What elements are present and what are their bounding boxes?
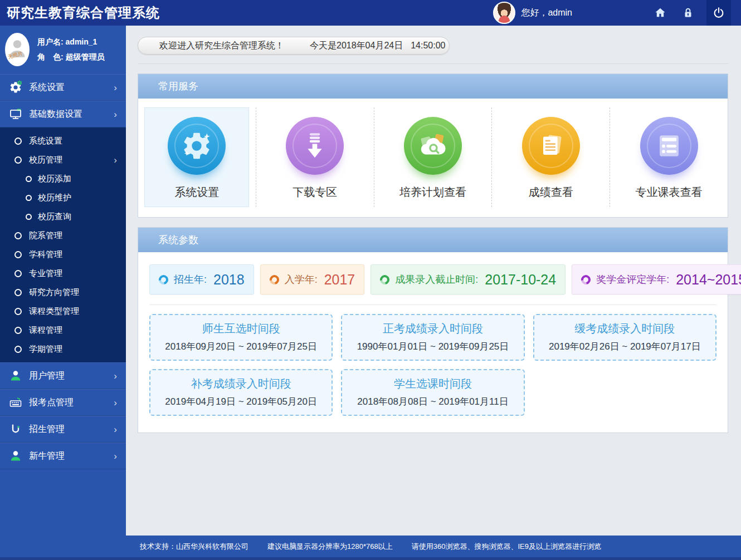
badge-result-entry-deadline: 成果录入截止时间: 2017-10-24 — [370, 264, 566, 294]
donut-icon — [579, 273, 593, 286]
lock-icon[interactable] — [681, 6, 695, 20]
sidebar-item-user-management[interactable]: 用户管理› — [0, 362, 126, 389]
circle-icon — [14, 232, 22, 239]
app-title: 研究生教育综合管理系统 — [0, 4, 160, 22]
card-regular-score-entry-period: 正考成绩录入时间段 1990年01月01日 ~ 2019年09月25日 — [341, 314, 524, 361]
circle-icon — [14, 327, 22, 334]
sidebar-subitem-calendar-management[interactable]: 校历管理› — [0, 150, 126, 169]
sidebar-subitem-calendar-add[interactable]: 校历添加 — [0, 169, 126, 188]
avatar-placeholder: 无照片 — [5, 33, 30, 66]
power-button[interactable] — [706, 0, 731, 26]
user-icon — [9, 449, 22, 463]
circle-icon — [14, 346, 22, 353]
time-period-cards: 师生互选时间段 2018年09月20日 ~ 2019年07月25日 正考成绩录入… — [138, 314, 728, 433]
circle-icon — [14, 251, 22, 258]
card-title: 正考成绩录入时间段 — [345, 321, 520, 336]
username-value: admin_1 — [66, 37, 98, 46]
circle-icon — [26, 176, 32, 182]
circle-icon — [26, 195, 32, 201]
role-value: 超级管理员 — [66, 52, 105, 61]
badge-scholarship-year: 奖学金评定学年: 2014~2015学年 — [572, 264, 741, 294]
tile-score-view[interactable]: 成绩查看 — [499, 107, 603, 207]
sidebar-subitem-research-direction-management[interactable]: 研究方向管理 — [0, 283, 126, 302]
sidebar-item-exam-site-management[interactable]: 报考点管理› — [0, 389, 126, 416]
sidebar-item-basic-data-settings[interactable]: 基础数据设置› — [0, 101, 126, 127]
badge-enrollment-year: 招生年: 2018 — [149, 264, 254, 294]
gear-icon — [9, 81, 22, 94]
sidebar-subitem-calendar-query[interactable]: 校历查询 — [0, 207, 126, 226]
user-icon — [9, 369, 22, 382]
footer-support: 技术支持：山西华兴科软有限公司 — [140, 542, 248, 552]
documents-icon — [522, 117, 580, 175]
sidebar-item-admission-management[interactable]: 招生管理› — [0, 416, 126, 443]
param-badges: 招生年: 2018 入学年: 2017 成果录入截止时间: 2017-10-24… — [138, 252, 728, 294]
sidebar-item-new-student-management[interactable]: 新牛管理› — [0, 443, 126, 469]
card-deferred-score-entry-period: 缓考成绩录入时间段 2019年02月26日 ~ 2019年07月17日 — [533, 314, 716, 361]
tile-label: 专业课表查看 — [636, 185, 703, 200]
card-mutual-selection-period: 师生互选时间段 2018年09月20日 ~ 2019年07月25日 — [149, 314, 333, 361]
home-icon[interactable] — [653, 6, 667, 20]
sidebar-subitem-system-settings[interactable]: 系统设置 — [0, 131, 126, 150]
sidebar-subitem-discipline-management[interactable]: 学科管理 — [0, 245, 126, 264]
chevron-right-icon: › — [114, 371, 117, 381]
card-date-range: 2018年08月08日 ~ 2019年01月11日 — [345, 395, 520, 408]
params-divider — [149, 304, 716, 305]
circle-icon — [14, 308, 22, 315]
circle-icon — [14, 289, 22, 296]
tile-label: 下载专区 — [292, 185, 337, 200]
tile-system-settings[interactable]: 系统设置 — [144, 107, 249, 207]
badge-label: 奖学金评定学年: — [596, 273, 669, 286]
u-turn-arrow-icon — [9, 423, 22, 436]
chevron-right-icon: › — [114, 451, 117, 461]
sidebar-subitem-course-type-management[interactable]: 课程类型管理 — [0, 302, 126, 321]
welcome-message: 欢迎进入研究生综合管理系统！ — [159, 40, 284, 52]
params-panel-title: 系统参数 — [158, 233, 198, 247]
tile-label: 系统设置 — [174, 185, 219, 200]
services-panel: 常用服务 系统设置下载专区培养计划查看成绩查看专业课表查看 — [138, 73, 728, 218]
chevron-right-icon: › — [114, 155, 117, 165]
chevron-right-icon: › — [114, 83, 117, 92]
tile-course-schedule-view[interactable]: 专业课表查看 — [617, 107, 722, 207]
sidebar-menu: 系统设置›基础数据设置›系统设置校历管理›校历添加校历维护校历查询院系管理学科管… — [0, 74, 126, 469]
params-panel-header: 系统参数 — [138, 228, 728, 252]
card-title: 学生选课时间段 — [345, 376, 520, 391]
tile-column: 成绩查看 — [492, 107, 610, 207]
donut-icon — [267, 273, 281, 286]
card-course-selection-period: 学生选课时间段 2018年08月08日 ~ 2019年01月11日 — [341, 369, 524, 416]
sidebar-item-system-settings[interactable]: 系统设置› — [0, 74, 126, 101]
footer-browsers: 请使用360浏览器、搜狗浏览器、IE9及以上浏览器进行浏览 — [412, 542, 601, 552]
tile-column: 专业课表查看 — [610, 107, 728, 207]
circle-icon — [14, 156, 22, 164]
tile-download-zone[interactable]: 下载专区 — [262, 107, 367, 207]
badge-label: 招生年: — [174, 273, 207, 286]
service-tiles: 系统设置下载专区培养计划查看成绩查看专业课表查看 — [138, 99, 728, 217]
welcome-banner: 欢迎进入研究生综合管理系统！ 今天是2018年04月24日 14:50:00 — [138, 37, 450, 55]
sidebar: 无照片 用户名: admin_1 角 色: 超级管理员 系统设置›基础数据设置›… — [0, 26, 126, 560]
services-panel-title: 常用服务 — [158, 80, 198, 93]
badge-admission-year: 入学年: 2017 — [260, 264, 365, 294]
schedule-icon — [640, 117, 698, 175]
app-header: 研究生教育综合管理系统 您好，admin — [0, 0, 741, 26]
badge-value: 2017-10-24 — [485, 272, 556, 288]
sidebar-subitem-semester-management[interactable]: 学期管理 — [0, 340, 126, 358]
sidebar-subitem-department-management[interactable]: 院系管理 — [0, 226, 126, 245]
card-date-range: 2018年09月20日 ~ 2019年07月25日 — [154, 340, 328, 353]
donut-icon — [378, 273, 392, 286]
chevron-right-icon: › — [114, 398, 117, 407]
card-title: 缓考成绩录入时间段 — [538, 321, 712, 336]
circle-icon — [14, 137, 22, 145]
card-date-range: 2019年02月26日 ~ 2019年07月17日 — [538, 340, 712, 353]
sidebar-subitem-calendar-maintain[interactable]: 校历维护 — [0, 188, 126, 207]
circle-icon — [26, 214, 32, 220]
sidebar-subitem-course-management[interactable]: 课程管理 — [0, 321, 126, 340]
tile-training-plan-view[interactable]: 培养计划查看 — [381, 107, 485, 207]
main-content: 欢迎进入研究生综合管理系统！ 今天是2018年04月24日 14:50:00 常… — [126, 26, 741, 536]
user-avatar[interactable] — [493, 2, 515, 24]
sidebar-subitem-major-management[interactable]: 专业管理 — [0, 264, 126, 283]
tile-label: 成绩查看 — [529, 185, 573, 200]
card-title: 师生互选时间段 — [154, 321, 328, 336]
current-time: 14:50:00 — [411, 41, 445, 51]
app-footer: 技术支持：山西华兴科软有限公司 建议电脑显示器分辨率为1280*768以上 请使… — [0, 536, 741, 560]
section-divider — [138, 63, 728, 64]
header-right: 您好，admin — [493, 0, 741, 26]
